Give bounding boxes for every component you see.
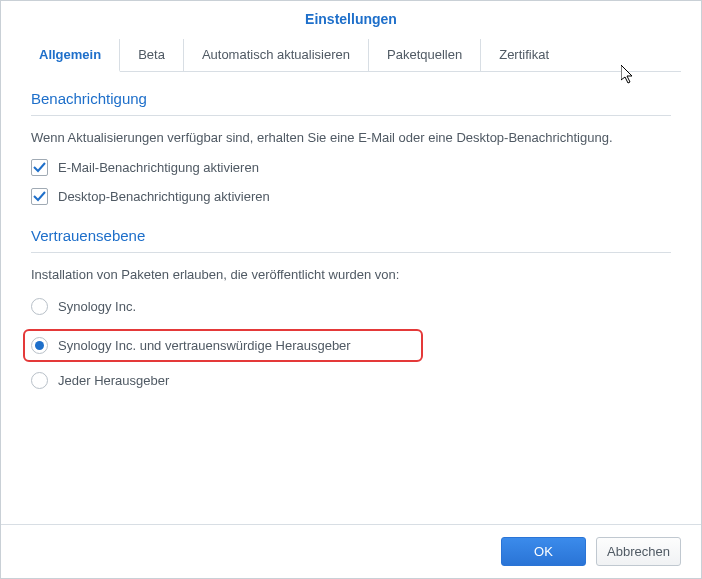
tabs: Allgemein Beta Automatisch aktualisieren… <box>1 39 701 72</box>
dialog-title: Einstellungen <box>1 1 701 37</box>
trust-option-label: Jeder Herausgeber <box>58 373 169 388</box>
ok-button[interactable]: OK <box>501 537 586 566</box>
checkbox-icon <box>31 159 48 176</box>
trust-option-label: Synology Inc. und vertrauenswürdige Hera… <box>58 338 351 353</box>
radio-icon <box>31 337 48 354</box>
trust-option-synology-trusted[interactable]: Synology Inc. und vertrauenswürdige Hera… <box>31 335 415 356</box>
email-notification-checkbox[interactable]: E-Mail-Benachrichtigung aktivieren <box>31 159 671 176</box>
desktop-notification-checkbox[interactable]: Desktop-Benachrichtigung aktivieren <box>31 188 671 205</box>
content-area: Benachrichtigung Wenn Aktualisierungen v… <box>1 72 701 421</box>
notification-section-title: Benachrichtigung <box>31 90 671 107</box>
divider <box>31 115 671 116</box>
notification-description: Wenn Aktualisierungen verfügbar sind, er… <box>31 130 671 145</box>
dialog-footer: OK Abbrechen <box>1 524 701 578</box>
radio-icon <box>31 298 48 315</box>
trust-option-synology[interactable]: Synology Inc. <box>31 296 671 317</box>
radio-icon <box>31 372 48 389</box>
highlighted-option: Synology Inc. und vertrauenswürdige Hera… <box>23 329 423 362</box>
trust-option-any[interactable]: Jeder Herausgeber <box>31 370 671 391</box>
trust-description: Installation von Paketen erlauben, die v… <box>31 267 671 282</box>
trust-option-label: Synology Inc. <box>58 299 136 314</box>
tab-certificate[interactable]: Zertifikat <box>481 39 567 72</box>
divider <box>31 252 671 253</box>
checkbox-icon <box>31 188 48 205</box>
tab-package-sources[interactable]: Paketquellen <box>369 39 481 72</box>
desktop-notification-label: Desktop-Benachrichtigung aktivieren <box>58 189 270 204</box>
tab-beta[interactable]: Beta <box>120 39 184 72</box>
cancel-button[interactable]: Abbrechen <box>596 537 681 566</box>
tab-auto-update[interactable]: Automatisch aktualisieren <box>184 39 369 72</box>
tab-general[interactable]: Allgemein <box>21 39 120 72</box>
trust-section-title: Vertrauensebene <box>31 227 671 244</box>
email-notification-label: E-Mail-Benachrichtigung aktivieren <box>58 160 259 175</box>
